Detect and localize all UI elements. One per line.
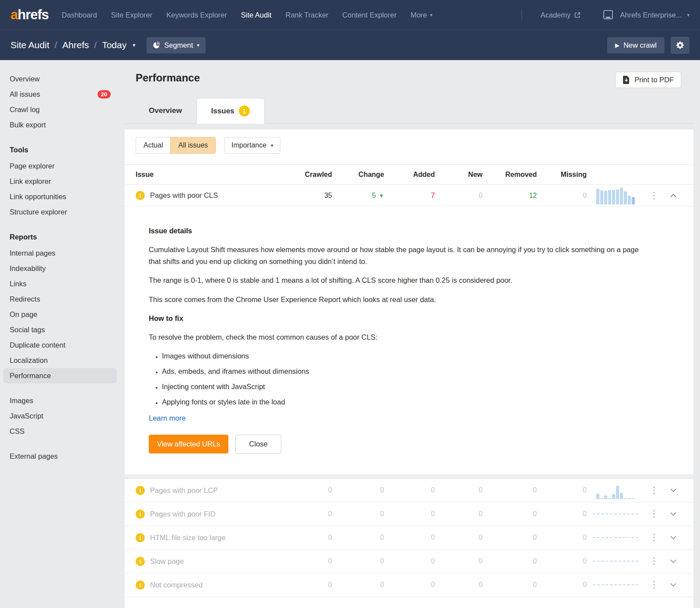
top-nav-menu: Dashboard Site Explorer Keywords Explore… xyxy=(62,11,432,19)
issue-name: Not compressed xyxy=(150,581,203,589)
table-row-not-compressed[interactable]: i Not compressed 0 0 0 0 0 0 xyxy=(125,573,693,597)
missing-value: 0 xyxy=(537,581,587,589)
segment-button[interactable]: Segment ▾ xyxy=(147,37,206,53)
tab-issues[interactable]: Issues 1 xyxy=(196,98,265,124)
row-menu-icon[interactable] xyxy=(651,483,657,497)
expand-row-button[interactable] xyxy=(670,489,676,492)
breadcrumb-project[interactable]: Ahrefs xyxy=(63,40,89,50)
how-to-fix-title: How to fix xyxy=(149,314,658,323)
info-icon[interactable]: i xyxy=(136,533,145,542)
info-icon[interactable]: i xyxy=(136,510,145,519)
chevron-down-icon[interactable]: ▾ xyxy=(133,42,135,48)
sidebar-item-images[interactable]: Images xyxy=(4,393,117,408)
nav-item-keywords-explorer[interactable]: Keywords Explorer xyxy=(166,11,227,19)
table-row-html-file-size-too-large[interactable]: i HTML file size too large 0 0 0 0 0 0 xyxy=(125,526,693,550)
sidebar-item-label: Redirects xyxy=(10,295,40,303)
sidebar-item-page-explorer[interactable]: Page explorer xyxy=(4,158,117,174)
issues-card: Actual All issues Importance ▾ Issue Cra… xyxy=(125,130,693,608)
nav-item-site-explorer[interactable]: Site Explorer xyxy=(111,11,152,19)
column-added: Added xyxy=(384,171,435,179)
nav-item-content-explorer[interactable]: Content Explorer xyxy=(343,11,397,19)
info-icon[interactable]: i xyxy=(136,486,145,495)
sidebar-item-social-tags[interactable]: Social tags xyxy=(4,322,117,337)
sidebar-item-duplicate-content[interactable]: Duplicate content xyxy=(4,337,117,353)
row-menu-icon[interactable] xyxy=(651,554,657,568)
removed-value: 0 xyxy=(483,534,537,541)
filter-all-issues-button[interactable]: All issues xyxy=(170,137,216,154)
sidebar-item-external-pages[interactable]: External pages xyxy=(4,449,117,464)
nav-item-site-audit[interactable]: Site Audit xyxy=(241,11,272,19)
column-issue: Issue xyxy=(136,171,294,179)
table-row-pages-with-poor-lcp[interactable]: i Pages with poor LCP 0 0 0 0 0 0 xyxy=(125,479,693,503)
row-menu-icon[interactable] xyxy=(651,507,657,521)
account-menu[interactable]: Ahrefs Enterprise... ▾ xyxy=(620,11,690,19)
expand-row-button[interactable] xyxy=(670,559,676,563)
tab-overview[interactable]: Overview xyxy=(134,98,196,123)
table-header: Issue Crawled Change Added New Removed M… xyxy=(125,164,693,185)
new-crawl-button[interactable]: ▶ New crawl xyxy=(607,37,665,53)
settings-button[interactable] xyxy=(671,37,690,54)
fix-cause-item: Injecting content with JavaScript xyxy=(162,383,652,391)
view-affected-urls-button[interactable]: View affected URLs xyxy=(149,435,228,453)
sidebar-item-javascript[interactable]: JavaScript xyxy=(4,408,117,424)
expand-row-button[interactable] xyxy=(670,536,676,540)
ahrefs-logo[interactable]: ahrefs xyxy=(10,7,49,23)
learn-more-link[interactable]: Learn more xyxy=(149,414,186,422)
breadcrumb-separator: / xyxy=(55,40,57,50)
importance-dropdown[interactable]: Importance ▾ xyxy=(224,137,280,154)
sidebar-item-crawl-log[interactable]: Crawl log xyxy=(4,102,117,117)
table-row-pages-with-poor-cls[interactable]: i Pages with poor CLS 35 5▼ 7 0 12 0 xyxy=(125,185,693,207)
row-menu-icon[interactable] xyxy=(651,189,657,203)
main-content: Performance Print to PDF Overview Issues… xyxy=(125,60,700,608)
nav-item-rank-tracker[interactable]: Rank Tracker xyxy=(285,11,328,19)
sidebar-item-label: Duplicate content xyxy=(10,341,66,349)
sidebar-item-structure-explorer[interactable]: Structure explorer xyxy=(4,204,117,220)
table-row-pages-with-poor-fid[interactable]: i Pages with poor FID 0 0 0 0 0 0 xyxy=(125,503,693,526)
sidebar-item-links[interactable]: Links xyxy=(4,276,117,292)
sidebar-item-all-issues[interactable]: All issues 20 xyxy=(4,87,117,102)
academy-label: Academy xyxy=(540,11,570,19)
tab-bar: Overview Issues 1 xyxy=(125,98,693,124)
close-button[interactable]: Close xyxy=(235,435,281,453)
nav-item-dashboard[interactable]: Dashboard xyxy=(62,11,97,19)
academy-link[interactable]: Academy xyxy=(540,11,581,19)
sidebar-item-localization[interactable]: Localization xyxy=(4,353,117,368)
row-menu-icon[interactable] xyxy=(651,531,657,545)
issue-details-paragraph: The range is 0-1, where 0 is stable and … xyxy=(149,274,652,286)
sidebar-item-link-explorer[interactable]: Link explorer xyxy=(4,174,117,189)
change-value: 0 xyxy=(332,534,384,541)
sidebar-item-indexability[interactable]: Indexability xyxy=(4,261,117,276)
sidebar-item-label: Localization xyxy=(10,356,48,365)
sidebar-item-label: All issues xyxy=(10,90,40,98)
breadcrumb-site-audit[interactable]: Site Audit xyxy=(10,40,49,50)
added-value: 0 xyxy=(384,557,435,565)
filter-bar: Actual All issues Importance ▾ xyxy=(125,130,693,164)
print-to-pdf-button[interactable]: Print to PDF xyxy=(615,72,681,88)
collapse-row-button[interactable] xyxy=(670,193,676,197)
filter-actual-button[interactable]: Actual xyxy=(136,137,170,154)
device-icon[interactable] xyxy=(602,10,614,20)
issue-details-title: Issue details xyxy=(149,227,658,235)
info-icon[interactable]: i xyxy=(136,557,145,566)
expand-row-button[interactable] xyxy=(670,512,676,516)
sidebar-item-performance[interactable]: Performance xyxy=(4,368,117,383)
sidebar-item-bulk-export[interactable]: Bulk export xyxy=(4,117,117,133)
table-row-slow-page[interactable]: i Slow page 0 0 0 0 0 0 xyxy=(125,550,693,573)
sub-nav-right: ▶ New crawl xyxy=(607,37,690,54)
sidebar-item-internal-pages[interactable]: Internal pages xyxy=(4,246,117,261)
info-icon[interactable]: i xyxy=(136,191,145,200)
nav-item-more[interactable]: More▾ xyxy=(410,11,432,19)
row-menu-icon[interactable] xyxy=(651,578,657,592)
breadcrumb-date[interactable]: Today xyxy=(102,40,126,50)
sidebar-item-css[interactable]: CSS xyxy=(4,424,117,439)
sidebar-item-overview[interactable]: Overview xyxy=(4,71,117,87)
sidebar-item-redirects[interactable]: Redirects xyxy=(4,292,117,307)
nav-item-more-label: More xyxy=(410,11,427,19)
expand-row-button[interactable] xyxy=(670,583,676,587)
account-name: Ahrefs Enterprise... xyxy=(620,11,682,19)
pie-chart-icon xyxy=(153,42,160,49)
info-icon[interactable]: i xyxy=(136,580,145,590)
issue-name: Slow page xyxy=(150,557,184,566)
sidebar-item-link-opportunities[interactable]: Link opportunities xyxy=(4,189,117,204)
sidebar-item-on-page[interactable]: On page xyxy=(4,307,117,322)
